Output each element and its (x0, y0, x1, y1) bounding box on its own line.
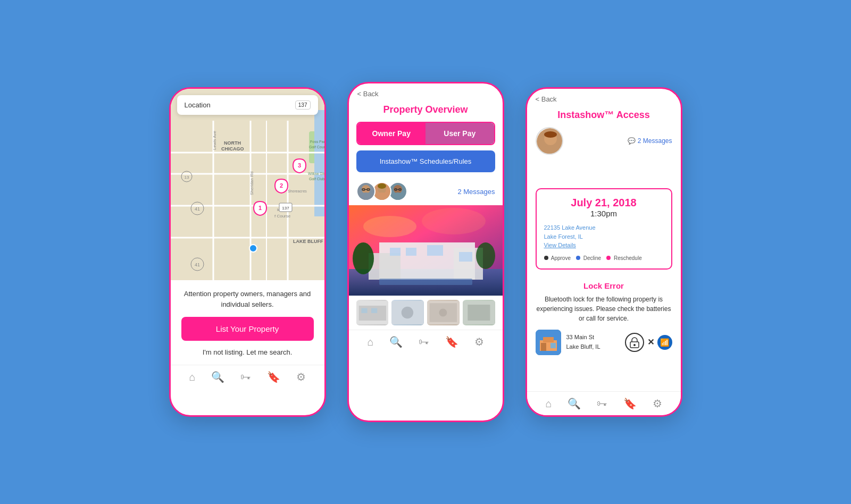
svg-text:13: 13 (184, 175, 189, 180)
lock-error-section: Lock Error Bluetooth lock for the follow… (527, 275, 681, 362)
user-pay-tab[interactable]: User Pay (426, 123, 494, 144)
decline-dot (576, 256, 580, 260)
svg-rect-59 (459, 252, 472, 262)
svg-text:f Course: f Course (274, 214, 291, 219)
svg-rect-57 (406, 248, 416, 256)
svg-text:1: 1 (258, 205, 261, 211)
lock-addr-line2: Lake Bluff, IL (566, 342, 600, 352)
nav-bookmark-icon-3[interactable]: 🔖 (623, 397, 637, 410)
nav-bookmark-icon-2[interactable]: 🔖 (445, 335, 458, 348)
svg-text:Foss Park: Foss Park (310, 140, 324, 144)
svg-text:2: 2 (279, 182, 282, 189)
svg-rect-56 (390, 248, 401, 256)
svg-rect-64 (358, 306, 386, 321)
nav-settings-icon-3[interactable]: ⚙ (653, 397, 662, 410)
messages-link[interactable]: 2 Messages (457, 188, 495, 196)
messages-row: 2 Messages (349, 178, 503, 205)
svg-rect-81 (541, 343, 546, 351)
nav-search-icon-2[interactable]: 🔍 (389, 335, 403, 348)
svg-text:Lewis Ave: Lewis Ave (212, 131, 217, 150)
appointment-address: 22135 Lake Avenue Lake Forest, IL View D… (544, 223, 664, 250)
nav-settings-icon-2[interactable]: ⚙ (474, 335, 484, 348)
svg-rect-0 (171, 89, 324, 280)
lock-property-address: 33 Main St Lake Bluff, IL (566, 333, 600, 351)
nav-home-icon-3[interactable]: ⌂ (545, 398, 552, 410)
appointment-actions: Approve Decline Reschedule (544, 255, 664, 261)
reschedule-dot (606, 256, 611, 260)
svg-point-84 (633, 344, 636, 346)
pay-toggle: Owner Pay User Pay (356, 122, 495, 145)
lock-error-title: Lock Error (536, 281, 672, 290)
svg-point-68 (402, 307, 413, 318)
approve-dot (544, 256, 548, 260)
approve-label: Approve (551, 255, 571, 261)
phone-2: Back Property Overview Owner Pay User Pa… (347, 82, 504, 422)
thumbnail-2[interactable] (391, 300, 424, 325)
phone1-content: Attention property owners, managers and … (171, 280, 324, 365)
map-area: Lewis Ave Sheridan Rd NORTH CHICAGO ke B… (171, 89, 324, 280)
svg-rect-80 (543, 337, 554, 342)
nav-bookmark-icon[interactable]: 🔖 (267, 371, 280, 383)
svg-text:LAKE BLUFF: LAKE BLUFF (293, 239, 323, 244)
phone3-bottom-nav: ⌂ 🔍 🗝 🔖 ⚙ (527, 391, 681, 415)
search-location-label: Location (185, 101, 211, 109)
thumbnail-row (349, 296, 503, 330)
messages-count-link[interactable]: 2 Messages (638, 137, 672, 145)
instashow-schedules-button[interactable]: Instashow™ Schedules/Rules (356, 150, 495, 172)
back-button-3[interactable]: Back (527, 89, 681, 105)
user-avatar (536, 127, 563, 155)
thumbnail-3[interactable] (427, 300, 460, 325)
list-property-button[interactable]: List Your Property (181, 317, 314, 341)
address-line2: Lake Forest, IL (544, 232, 664, 241)
svg-point-45 (390, 192, 405, 200)
map-svg: Lewis Ave Sheridan Rd NORTH CHICAGO ke B… (171, 89, 324, 280)
nav-key-icon-3[interactable]: 🗝 (597, 398, 607, 410)
svg-rect-66 (371, 308, 377, 313)
svg-text:Shoreacres: Shoreacres (288, 189, 307, 193)
nav-home-icon-2[interactable]: ⌂ (367, 336, 373, 348)
back-button-2[interactable]: Back (349, 83, 503, 100)
thumbnail-4[interactable] (463, 300, 495, 325)
svg-text:Willow Glen: Willow Glen (308, 172, 324, 175)
nav-key-icon[interactable]: 🗝 (240, 371, 251, 383)
decline-action[interactable]: Decline (576, 255, 601, 261)
svg-text:NORTH: NORTH (224, 140, 241, 146)
phone2-inner: Back Property Overview Owner Pay User Pa… (349, 83, 503, 421)
view-details-link[interactable]: View Details (544, 241, 664, 250)
nav-search-icon-3[interactable]: 🔍 (568, 397, 581, 410)
messages-link-3[interactable]: 💬 2 Messages (628, 137, 672, 145)
nav-home-icon[interactable]: ⌂ (189, 371, 195, 383)
let-me-search-text[interactable]: Let me search. (246, 348, 292, 356)
thumbnail-1[interactable] (356, 300, 389, 325)
svg-rect-58 (427, 245, 443, 256)
phone3-inner: Back Instashow™ Access 💬 2 Messages (527, 89, 681, 415)
svg-point-35 (249, 245, 257, 252)
nav-settings-icon[interactable]: ⚙ (296, 371, 306, 383)
appointment-time: 1:30pm (544, 209, 664, 218)
lock-property-thumbnail (536, 330, 561, 355)
lock-error-text: Bluetooth lock for the following propert… (536, 295, 672, 323)
svg-text:Golf Course: Golf Course (309, 145, 324, 149)
svg-point-77 (544, 131, 557, 138)
svg-rect-82 (550, 343, 556, 348)
avatar-1 (356, 182, 376, 201)
reschedule-action[interactable]: Reschedule (606, 255, 642, 261)
svg-point-61 (353, 242, 374, 274)
instashow-access-title: Instashow™ Access (527, 105, 681, 127)
attention-text: Attention property owners, managers and … (181, 289, 314, 309)
svg-point-43 (378, 183, 386, 189)
location-search-bar[interactable]: Location 137 (177, 95, 318, 115)
svg-text:Golf Club: Golf Club (309, 177, 324, 181)
not-listing-text: I'm not listing. (203, 348, 245, 356)
approve-action[interactable]: Approve (544, 255, 571, 261)
owner-pay-tab[interactable]: Owner Pay (357, 123, 426, 144)
error-x-icon: ✕ (647, 337, 654, 347)
nav-key-icon-2[interactable]: 🗝 (419, 336, 429, 348)
nav-search-icon[interactable]: 🔍 (211, 371, 224, 383)
lock-addr-line1: 33 Main St (566, 333, 600, 342)
phone1-bottom-nav: ⌂ 🔍 🗝 🔖 ⚙ (171, 365, 324, 389)
property-main-image (349, 205, 503, 296)
not-listing-link[interactable]: I'm not listing. Let me search. (203, 348, 293, 356)
svg-rect-60 (379, 279, 472, 285)
phone-1: Lewis Ave Sheridan Rd NORTH CHICAGO ke B… (169, 87, 326, 417)
